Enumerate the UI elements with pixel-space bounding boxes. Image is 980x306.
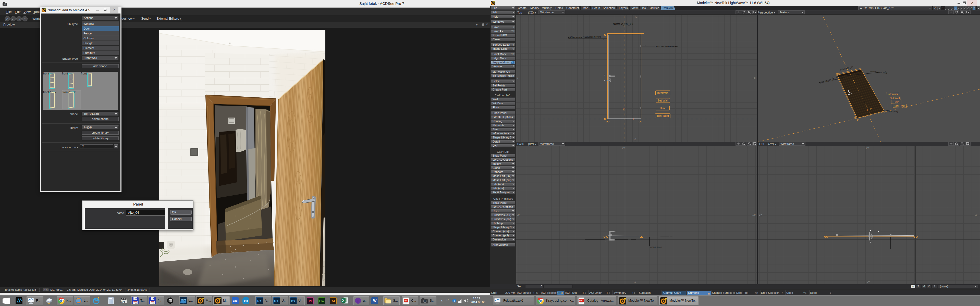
svg-text:Ps: Ps: [274, 299, 278, 303]
svg-text:μ: μ: [356, 299, 359, 303]
svg-text:M: M: [219, 297, 221, 300]
svg-text:64: 64: [135, 303, 137, 304]
svg-text:Ps: Ps: [257, 299, 261, 303]
svg-text:0: 0: [112, 298, 113, 300]
svg-text:M: M: [624, 298, 626, 300]
svg-text:?: ?: [453, 299, 455, 302]
svg-text:321: 321: [121, 301, 125, 303]
svg-text:M: M: [202, 297, 204, 300]
svg-text:X: X: [342, 299, 344, 303]
svg-text:Ps: Ps: [291, 299, 295, 303]
svg-text:64: 64: [153, 303, 154, 304]
svg-text:M: M: [665, 298, 667, 300]
svg-text:PDF: PDF: [579, 300, 583, 302]
svg-text:PDF: PDF: [404, 300, 408, 302]
svg-text:M: M: [45, 8, 46, 10]
svg-text:M: M: [493, 1, 495, 3]
